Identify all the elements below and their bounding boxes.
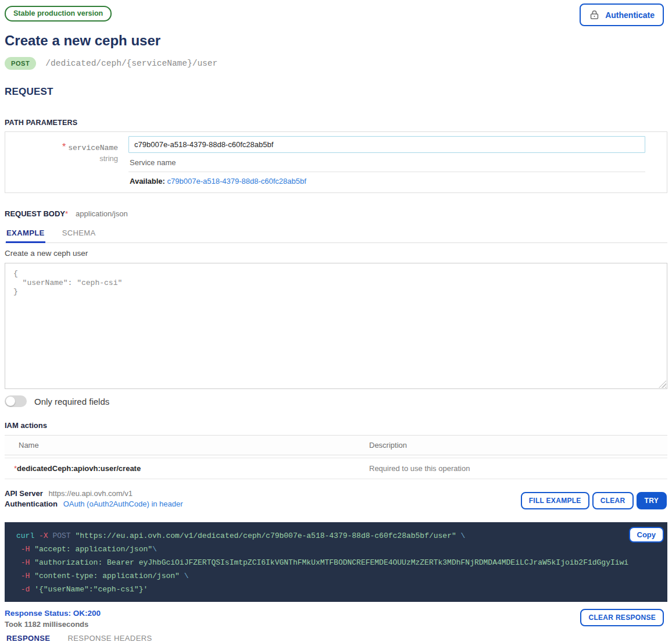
tab-example[interactable]: EXAMPLE [6, 226, 45, 243]
try-button[interactable]: TRY [637, 492, 667, 509]
request-body-editor-wrap: { "userName": "ceph-csi" } [5, 263, 667, 389]
param-name: serviceName [68, 144, 118, 152]
param-type: string [5, 154, 118, 163]
request-body-heading: REQUEST BODY*application/json [5, 209, 667, 218]
authenticate-button[interactable]: Authenticate [580, 3, 664, 26]
version-badge: Stable production version [5, 6, 112, 22]
api-server-value: https://eu.api.ovh.com/v1 [48, 489, 133, 498]
curl-terminal: Copy curl -X POST "https://eu.api.ovh.co… [5, 522, 667, 602]
toggle-knob [6, 397, 15, 406]
api-server-label: API Server [5, 489, 43, 498]
endpoint-path: /dedicated/ceph/{serviceName}/user [45, 59, 217, 68]
available-value-link[interactable]: c79b007e-a518-4379-88d8-c60fc28ab5bf [167, 177, 306, 186]
path-parameters-table: *serviceName string Service name Availab… [5, 131, 667, 193]
request-body-description: Create a new ceph user [5, 243, 667, 263]
lock-icon [589, 9, 600, 20]
response-tabs: RESPONSE RESPONSE HEADERS [5, 631, 667, 642]
iam-column-description: Description [369, 436, 667, 455]
response-status-row: Response Status: OK:200 Took 1182 millis… [5, 609, 667, 629]
request-body-content-type: application/json [76, 209, 128, 218]
iam-actions-table: Name Description *dedicatedCeph:apiovh:u… [5, 435, 667, 479]
page-title: Create a new ceph user [5, 33, 667, 49]
curl-code: curl -X POST "https://eu.api.ovh.com/v1/… [16, 529, 656, 596]
request-body-tabs: EXAMPLE SCHEMA [5, 226, 667, 243]
request-heading: REQUEST [5, 86, 667, 98]
api-console-page: Stable production version Authenticate C… [0, 0, 672, 642]
request-body-editor[interactable]: { "userName": "ceph-csi" } [5, 263, 667, 388]
api-meta: API Server https://eu.api.ovh.com/v1 Aut… [5, 488, 183, 509]
request-body-required-marker: * [65, 209, 68, 218]
param-meta: *serviceName string [5, 136, 128, 191]
response-status: Response Status: OK:200 [5, 609, 101, 618]
curl-copy-button[interactable]: Copy [629, 527, 664, 543]
request-body-label: REQUEST BODY [5, 209, 65, 218]
response-took: Took 1182 milliseconds [5, 620, 101, 629]
path-parameters-label: PATH PARAMETERS [5, 119, 667, 127]
only-required-label: Only required fields [34, 397, 109, 406]
iam-actions-heading: IAM actions [5, 421, 667, 430]
iam-table-row: *dedicatedCeph:apiovh:user/create Requir… [5, 458, 667, 479]
top-bar: Stable production version Authenticate [5, 3, 667, 29]
endpoint-row: POST /dedicated/ceph/{serviceName}/user [5, 57, 667, 70]
service-name-input[interactable] [128, 136, 645, 153]
clear-button[interactable]: CLEAR [592, 492, 634, 509]
clear-response-button[interactable]: CLEAR RESPONSE [580, 609, 664, 626]
authenticate-label: Authenticate [605, 10, 655, 20]
fill-example-button[interactable]: FILL EXAMPLE [521, 492, 589, 509]
response-status-block: Response Status: OK:200 Took 1182 millis… [5, 609, 101, 629]
param-available-row: Available: c79b007e-a518-4379-88d8-c60fc… [128, 172, 645, 191]
param-controls: Service name Available: c79b007e-a518-43… [128, 136, 645, 191]
available-label: Available: [130, 177, 165, 186]
iam-action-description: Required to use this operation [369, 458, 667, 479]
authentication-label: Authentication [5, 500, 58, 508]
only-required-toggle[interactable] [5, 395, 27, 407]
tab-schema[interactable]: SCHEMA [62, 226, 96, 243]
iam-action-name: *dedicatedCeph:apiovh:user/create [5, 458, 369, 479]
authentication-link[interactable]: OAuth (oAuth2AuthCode) in header [63, 500, 183, 508]
api-server-row: API Server https://eu.api.ovh.com/v1 Aut… [5, 488, 667, 509]
http-method-badge: POST [5, 57, 36, 70]
param-required-marker: * [62, 142, 66, 152]
tab-response[interactable]: RESPONSE [6, 631, 51, 642]
iam-column-name: Name [5, 436, 369, 455]
iam-table-header: Name Description [5, 435, 667, 455]
action-buttons: FILL EXAMPLE CLEAR TRY [521, 492, 667, 509]
param-description: Service name [128, 153, 645, 172]
only-required-row: Only required fields [5, 395, 667, 407]
tab-response-headers[interactable]: RESPONSE HEADERS [67, 631, 152, 642]
